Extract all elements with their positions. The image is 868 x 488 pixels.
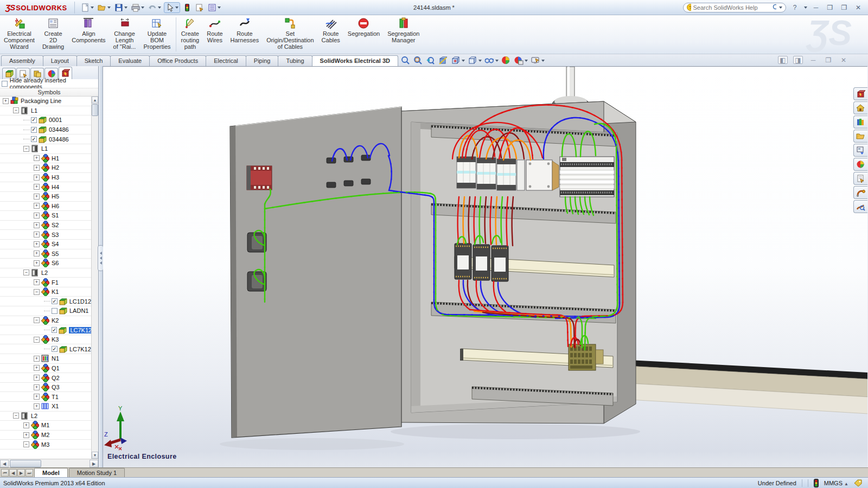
visibility-checkbox[interactable]: ✓ [52, 327, 57, 333]
tab-layout[interactable]: Layout [43, 55, 77, 66]
tree-item-lc7k12[interactable]: ✓LC7K12 [0, 325, 91, 335]
expand-toggle[interactable]: + [34, 394, 40, 400]
apply-scene-button[interactable] [513, 55, 528, 66]
undo-button[interactable] [147, 3, 162, 12]
restore-button[interactable]: ❒ [825, 4, 835, 11]
expand-toggle[interactable]: + [34, 375, 40, 381]
hide-show-items-button[interactable] [484, 55, 499, 66]
prev-tab-arrow[interactable]: ◀ [9, 469, 17, 477]
set-origin-destination-button[interactable]: SetOrigin/Destinationof Cables [263, 15, 317, 54]
tree-item-lc7k12[interactable]: ✓LC7K12 [0, 344, 91, 354]
new-button[interactable] [80, 3, 95, 12]
visibility-checkbox[interactable]: ✓ [31, 117, 37, 123]
last-tab-arrow[interactable]: ⏭ [25, 469, 33, 477]
expand-toggle[interactable]: + [34, 251, 40, 256]
collapse-toggle[interactable]: − [34, 317, 40, 323]
save-button[interactable] [113, 3, 129, 12]
tree-item-m1[interactable]: +M1 [0, 421, 91, 431]
collapse-toggle[interactable]: − [13, 107, 19, 113]
study-tab-motion-study-1[interactable]: Motion Study 1 [69, 468, 125, 477]
expand-toggle[interactable]: + [23, 422, 29, 428]
tab-tubing[interactable]: Tubing [278, 55, 312, 66]
expand-toggle[interactable]: + [34, 213, 40, 219]
visibility-checkbox[interactable]: ✓ [52, 298, 58, 304]
graphics-viewport[interactable]: Y Z Electrical Enclosure [103, 66, 867, 467]
tree-item-l2[interactable]: −L2 [0, 268, 91, 278]
tree-item-s1[interactable]: +S1 [0, 211, 91, 221]
tree-item-lc1d12[interactable]: ✓LC1D12 [0, 297, 91, 306]
tree-item-l1[interactable]: −L1 [0, 144, 91, 154]
tree-item-0001[interactable]: ✓0001 [0, 115, 91, 125]
tree-item-h1[interactable]: +H1 [0, 154, 91, 164]
study-tab-nav[interactable]: ⏮◀▶⏭ [0, 469, 34, 477]
main-contactor[interactable] [526, 160, 559, 190]
taskpane-tab-electrical-resources[interactable] [853, 87, 867, 100]
tree-item-f1[interactable]: +F1 [0, 278, 91, 287]
visibility-checkbox[interactable]: ✓ [31, 127, 37, 133]
search-input[interactable] [693, 4, 770, 11]
select-button[interactable] [164, 2, 180, 13]
expand-toggle[interactable]: + [34, 194, 40, 200]
collapse-toggle[interactable]: − [23, 269, 29, 275]
collapse-toggle[interactable]: − [23, 441, 29, 447]
view-list-button[interactable] [207, 3, 222, 12]
search-icon[interactable] [773, 4, 777, 11]
taskpane-tab-solidworks-resources[interactable] [853, 101, 867, 114]
study-tab-model[interactable]: Model [34, 468, 68, 477]
door-transformer[interactable] [247, 166, 272, 190]
tab-solidworks-electrical-3d[interactable]: SolidWorks Electrical 3D [312, 55, 398, 66]
tree-item-k3[interactable]: −K3 [0, 335, 91, 345]
minimize-button[interactable]: ─ [810, 4, 821, 11]
align-components-button[interactable]: AlignComponents [68, 15, 109, 54]
hide-inserted-checkbox[interactable] [2, 81, 8, 87]
taskpane-tab-custom-properties[interactable] [853, 172, 867, 185]
search-options-caret[interactable] [779, 7, 782, 9]
create-routing-path-button[interactable]: Createroutingpath [177, 15, 203, 54]
tree-item-l1[interactable]: −L1 [0, 106, 91, 116]
tree-item-h5[interactable]: +H5 [0, 192, 91, 202]
display-style-button[interactable] [467, 55, 482, 66]
previous-view-button[interactable] [425, 55, 436, 66]
print-button[interactable] [130, 3, 145, 12]
close-button[interactable]: ✕ [853, 4, 864, 11]
visibility-checkbox[interactable] [52, 308, 58, 314]
scroll-thumb[interactable] [92, 104, 98, 116]
help-search-box[interactable]: ? [683, 3, 786, 12]
tree-item-h6[interactable]: +H6 [0, 202, 91, 211]
tree-item-q2[interactable]: +Q2 [0, 373, 91, 383]
tree-item-x1[interactable]: +X1 [0, 402, 91, 412]
panel-splitter[interactable] [99, 66, 103, 467]
create-2d-drawing-button[interactable]: Create2DDrawing [39, 15, 68, 54]
visibility-checkbox[interactable]: ✓ [52, 346, 58, 352]
expand-toggle[interactable]: + [34, 241, 40, 247]
tree-item-s5[interactable]: +S5 [0, 249, 91, 259]
tab-assembly[interactable]: Assembly [1, 55, 43, 66]
tree-item-q3[interactable]: +Q3 [0, 383, 91, 393]
segregation-button[interactable]: Segregation [344, 15, 384, 54]
tree-vertical-scrollbar[interactable]: ▲ ▼ [91, 97, 98, 459]
tree-item-k2[interactable]: −K2 [0, 316, 91, 326]
update-bom-button[interactable]: UpdateBOMProperties [139, 15, 174, 54]
expand-toggle[interactable]: + [34, 356, 40, 362]
tree-item-l2[interactable]: −L2 [0, 412, 91, 421]
doc-restore-button[interactable]: ❐ [824, 56, 833, 64]
tab-sketch[interactable]: Sketch [76, 55, 111, 66]
tree-item-h2[interactable]: +H2 [0, 163, 91, 173]
sheet-properties-button[interactable] [194, 3, 205, 12]
performance-button[interactable] [182, 3, 193, 12]
tree-item-s6[interactable]: +S6 [0, 259, 91, 268]
tree-horizontal-scrollbar[interactable]: ◀ ▶ [0, 459, 98, 467]
expand-toggle[interactable]: + [34, 260, 40, 266]
tree-item-s4[interactable]: +S4 [0, 240, 91, 249]
tree-item-q1[interactable]: +Q1 [0, 364, 91, 374]
scroll-left-arrow[interactable]: ◀ [0, 460, 9, 467]
tree-item-t1[interactable]: +T1 [0, 392, 91, 402]
3d-scene[interactable]: Y Z [103, 67, 867, 468]
route-cables-button[interactable]: RouteCables [318, 15, 344, 54]
aux-module[interactable] [517, 160, 525, 190]
change-length-button[interactable]: ChangeLengthof "Rai... [110, 15, 140, 54]
tree-item-h3[interactable]: +H3 [0, 173, 91, 183]
first-tab-arrow[interactable]: ⏮ [1, 469, 9, 477]
hscroll-thumb[interactable] [10, 460, 41, 467]
tree-item-034486[interactable]: ✓034486 [0, 125, 91, 135]
